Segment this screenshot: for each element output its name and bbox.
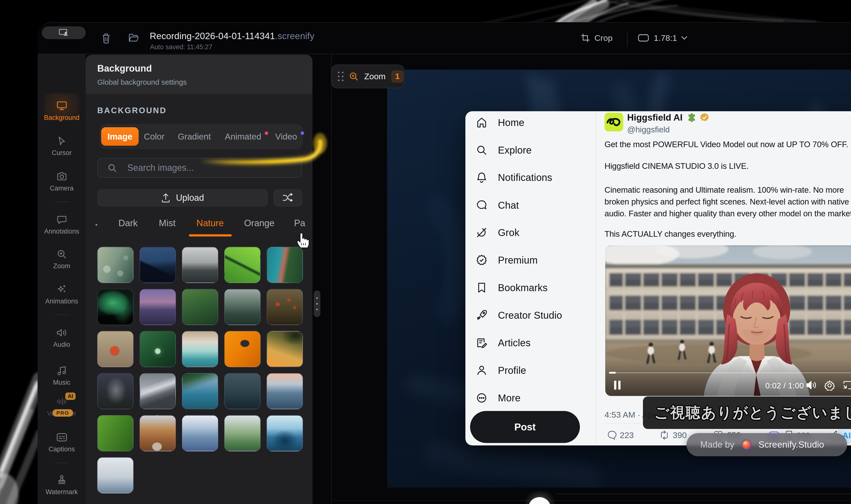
thumbnail-dew-grass-bokeh[interactable]: [97, 247, 134, 283]
thumbnail-glacier-surf[interactable]: [182, 331, 218, 367]
thumbnail-misty-valley-river[interactable]: [224, 289, 261, 325]
drag-handle-icon[interactable]: [338, 72, 343, 81]
thumbnail-aurora-borealis[interactable]: [97, 289, 134, 325]
video-player[interactable]: 0:02 / 1:00: [605, 245, 851, 396]
menu-item-premium[interactable]: Premium: [476, 254, 537, 266]
category-overflow-dot: [95, 224, 97, 226]
menu-item-articles[interactable]: Articles: [476, 337, 531, 349]
open-project-icon[interactable]: [128, 33, 139, 43]
zoom-segment-pill[interactable]: Zoom 1: [331, 65, 405, 88]
thumbnail-night-blue-mountains[interactable]: [140, 247, 176, 283]
crop-button[interactable]: Crop: [581, 22, 613, 54]
tab-image[interactable]: Image: [101, 127, 139, 146]
sidebar-item-label: Watermark: [46, 488, 78, 496]
sidebar-item-watermark[interactable]: Watermark: [38, 474, 86, 496]
menu-item-creator-studio[interactable]: Creator Studio: [476, 309, 562, 321]
thumbnail-layered-blue-ridges[interactable]: [182, 415, 218, 451]
volume-icon[interactable]: [806, 380, 817, 390]
thumbnail-turquoise-lake-mountains[interactable]: [182, 373, 218, 409]
thumbnail-desert-arch[interactable]: [140, 415, 176, 451]
category-pastel[interactable]: Pa: [294, 218, 305, 228]
tab-color[interactable]: Color: [135, 124, 173, 149]
watermark-icon: [57, 474, 67, 486]
sidebar-item-background[interactable]: Background: [38, 100, 86, 122]
menu-item-grok[interactable]: Grok: [476, 227, 519, 238]
video-progress-track[interactable]: [609, 372, 851, 373]
tweet-screenshot: Home Explore Notifications Chat Grok Pre…: [465, 111, 851, 446]
menu-item-chat[interactable]: Chat: [476, 199, 519, 211]
thumbnail-teal-peak-moody[interactable]: [224, 373, 261, 409]
menu-item-more[interactable]: More: [476, 392, 520, 404]
sidebar-item-camera[interactable]: Camera: [38, 171, 86, 192]
thumbnail-poppy-meadow-dusk[interactable]: [267, 289, 303, 325]
sidebar-item-captions[interactable]: Captions: [38, 432, 86, 453]
thumbnail-aerial-coastline[interactable]: [267, 247, 303, 283]
pause-icon[interactable]: [614, 380, 621, 390]
menu-item-profile[interactable]: Profile: [476, 364, 526, 376]
repost-stat[interactable]: 390: [659, 430, 687, 440]
thumbnail-sea-of-clouds[interactable]: [97, 457, 134, 493]
category-orange[interactable]: Orange: [244, 218, 274, 228]
preview-canvas: Home Explore Notifications Chat Grok Pre…: [387, 70, 851, 487]
sidebar-item-label: Captions: [49, 446, 75, 453]
captions-icon: [56, 432, 67, 443]
category-nature[interactable]: Nature: [196, 218, 224, 228]
shuffle-button[interactable]: [273, 189, 302, 206]
menu-item-home[interactable]: Home: [476, 116, 525, 128]
thumbnail-leaf-macro-veins[interactable]: [97, 415, 134, 451]
thumbnail-blue-ice-cave[interactable]: [267, 415, 303, 451]
cursor-icon: [57, 136, 67, 147]
filename-text: Recording-2026-04-01-114341: [150, 31, 275, 41]
search-input[interactable]: [127, 159, 295, 177]
thumbnail-leaf-water-drop[interactable]: [140, 331, 176, 367]
upload-button[interactable]: Upload: [97, 189, 268, 206]
avatar[interactable]: [604, 113, 623, 131]
tweet-text-line: audio. Faster and higher quality than ev…: [604, 209, 851, 218]
background-type-tabs: Image Color Gradient Animated Video: [100, 124, 303, 149]
thumbnail-valley-pastel-sunset[interactable]: [267, 373, 303, 409]
sidebar-item-audio[interactable]: Audio: [38, 327, 86, 348]
pip-icon[interactable]: [843, 380, 851, 390]
timeline-panel-edge-2: [332, 500, 851, 501]
tab-video[interactable]: Video: [273, 124, 299, 149]
author-row: Higgsfield AI: [627, 112, 710, 123]
upload-icon: [161, 193, 171, 203]
delete-recording-icon[interactable]: [101, 33, 111, 44]
thumbnail-purple-mountain-lake[interactable]: [140, 289, 176, 325]
thumbnail-green-hills-clouds[interactable]: [224, 415, 261, 451]
tab-animated[interactable]: Animated: [223, 124, 264, 149]
sidebar-item-music[interactable]: Music: [38, 365, 86, 386]
sidebar-item-cursor[interactable]: Cursor: [38, 136, 86, 157]
thumbnail-mossy-forest[interactable]: [182, 289, 218, 325]
sidebar-item-voiceover[interactable]: Voiceover AI PRO: [38, 396, 86, 417]
menu-label: Home: [498, 117, 525, 128]
thumbnail-dry-grass-red-poppy[interactable]: [97, 331, 134, 367]
higgsfield-logo: [604, 113, 623, 131]
reply-stat[interactable]: 223: [607, 430, 634, 440]
video-time: 0:02 / 1:00: [765, 381, 804, 390]
thumbnail-snowy-peaks[interactable]: [140, 373, 176, 409]
category-mist[interactable]: Mist: [159, 218, 176, 228]
menu-item-notifications[interactable]: Notifications: [476, 172, 552, 183]
thumbnail-dark-foggy-forest[interactable]: [97, 373, 134, 409]
upload-label: Upload: [176, 193, 204, 203]
workspace-boundary: [331, 54, 332, 504]
thumbnail-misty-grey-mountain[interactable]: [182, 247, 218, 283]
sidebar-item-animations[interactable]: Animations: [38, 284, 86, 305]
post-button[interactable]: Post: [470, 411, 580, 443]
thumbnail-green-leaf-vein[interactable]: [224, 247, 261, 283]
camera-preview-button[interactable]: [42, 26, 86, 39]
thumbnail-golden-sunset-forest[interactable]: [267, 331, 303, 367]
tab-gradient[interactable]: Gradient: [174, 124, 214, 149]
menu-item-bookmarks[interactable]: Bookmarks: [476, 282, 548, 293]
panel-resize-handle[interactable]: [314, 290, 320, 317]
aspect-ratio-dropdown[interactable]: 1.78:1: [638, 22, 688, 54]
category-dark[interactable]: Dark: [119, 218, 138, 228]
sidebar-item-zoom[interactable]: Zoom: [38, 249, 86, 270]
menu-item-explore[interactable]: Explore: [476, 144, 532, 156]
sidebar-item-annotations[interactable]: Annotations: [38, 214, 86, 235]
thumbnail-orange-flower-bee[interactable]: [224, 331, 261, 367]
settings-icon[interactable]: [825, 380, 835, 391]
more-icon: [476, 392, 487, 404]
project-filename[interactable]: Recording-2026-04-01-114341.screenify: [150, 31, 315, 41]
